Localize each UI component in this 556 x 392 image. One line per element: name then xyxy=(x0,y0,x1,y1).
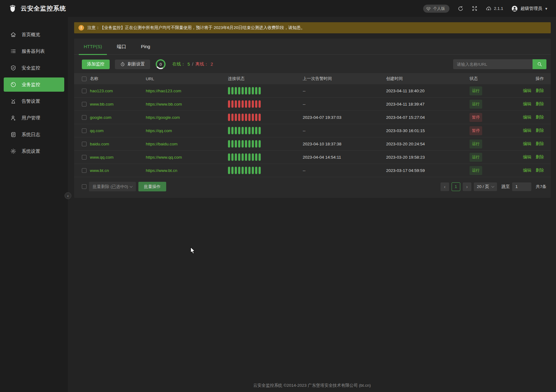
delete-link[interactable]: 删除 xyxy=(536,101,544,107)
next-page-button[interactable]: › xyxy=(463,182,471,191)
tab-ping[interactable]: Ping xyxy=(136,39,155,55)
status-bar xyxy=(235,167,237,174)
status-bar xyxy=(231,100,234,108)
status-bar xyxy=(235,153,237,161)
row-checkbox[interactable] xyxy=(82,89,86,93)
delete-link[interactable]: 删除 xyxy=(536,115,544,120)
edit-link[interactable]: 编辑 xyxy=(523,154,531,160)
sidebar-item-gauge[interactable]: 业务监控 xyxy=(4,77,64,92)
row-checkbox[interactable] xyxy=(82,102,86,106)
search-bar xyxy=(453,59,546,69)
status-bar xyxy=(242,114,244,121)
top-bar: 云安全监控系统 个人版 xyxy=(0,0,556,17)
batch-action-dropdown[interactable]: 批量删除 (已选中0) xyxy=(89,182,136,191)
sidebar-item-label: 安全监控 xyxy=(22,65,40,71)
monitor-url[interactable]: https://baidu.com xyxy=(146,142,228,146)
status-badge: 暂停 xyxy=(470,113,482,122)
last-alert-time: 2023-04-07 19:37:03 xyxy=(303,115,386,120)
status-bar xyxy=(259,100,261,108)
last-alert-time: 2023-04-04 14:54:11 xyxy=(303,155,386,160)
row-checkbox[interactable] xyxy=(82,128,86,133)
search-input[interactable] xyxy=(453,59,533,69)
search-button[interactable] xyxy=(533,59,546,69)
row-checkbox[interactable] xyxy=(82,168,86,173)
status-bar xyxy=(255,167,257,174)
batch-dropdown-label: 批量删除 (已选中0) xyxy=(93,184,128,190)
edit-link[interactable]: 编辑 xyxy=(523,168,531,173)
sidebar-item-shield-check[interactable]: 安全监控 xyxy=(4,61,64,75)
sidebar-item-label: 用户管理 xyxy=(22,115,40,121)
edit-link[interactable]: 编辑 xyxy=(523,128,531,133)
monitor-url[interactable]: https://www.bt.cn xyxy=(146,168,228,173)
status-bar xyxy=(238,153,240,161)
delete-link[interactable]: 删除 xyxy=(536,141,544,147)
refresh-settings-button[interactable]: 刷新设置 xyxy=(115,60,150,69)
edition-label: 个人版 xyxy=(433,6,445,11)
sidebar-item-list[interactable]: 服务器列表 xyxy=(4,44,64,58)
monitor-url[interactable]: https://hao123.com xyxy=(146,89,228,93)
edit-link[interactable]: 编辑 xyxy=(523,115,531,120)
status-bar xyxy=(245,140,247,148)
sidebar-collapse-button[interactable]: ‹ xyxy=(65,192,71,199)
status-bar xyxy=(248,140,251,148)
created-time: 2023-03-20 19:58:23 xyxy=(386,155,470,160)
status-badge: 运行 xyxy=(470,86,482,95)
sidebar-item-log[interactable]: 系统日志 xyxy=(4,127,64,142)
delete-link[interactable]: 删除 xyxy=(536,88,544,94)
fullscreen-icon[interactable] xyxy=(472,6,478,11)
monitor-url[interactable]: https://google.com xyxy=(146,115,228,120)
row-checkbox[interactable] xyxy=(82,155,86,160)
monitor-name: google.com xyxy=(90,115,146,120)
separator: / xyxy=(192,62,193,67)
status-bar xyxy=(231,153,234,161)
page-size-select[interactable]: 20 / 页 xyxy=(474,182,497,191)
status-bar xyxy=(245,114,247,121)
delete-link[interactable]: 删除 xyxy=(536,154,544,160)
edit-link[interactable]: 编辑 xyxy=(523,141,531,147)
status-bar xyxy=(259,127,261,134)
tab-https[interactable]: HTTP(S) xyxy=(79,39,107,55)
status-bar xyxy=(245,100,247,108)
prev-page-button[interactable]: ‹ xyxy=(440,182,449,191)
tab-bar: HTTP(S) 端口 Ping xyxy=(74,39,551,55)
edit-link[interactable]: 编辑 xyxy=(523,88,531,94)
status-bar xyxy=(231,167,234,174)
status-badge: 运行 xyxy=(470,153,482,162)
tab-port[interactable]: 端口 xyxy=(112,39,131,55)
batch-select-all-checkbox[interactable] xyxy=(82,184,86,189)
edition-badge[interactable]: 个人版 xyxy=(423,5,449,13)
jump-page-input[interactable] xyxy=(512,182,531,191)
add-monitor-button[interactable]: 添加监控 xyxy=(82,60,110,69)
status-bar xyxy=(238,167,240,174)
status-bar xyxy=(259,87,261,94)
current-page-button[interactable]: 1 xyxy=(452,182,460,191)
status-bar xyxy=(231,114,234,121)
connection-status-bars xyxy=(228,87,303,94)
row-checkbox[interactable] xyxy=(82,115,86,120)
batch-execute-button[interactable]: 批量操作 xyxy=(138,182,166,191)
delete-link[interactable]: 删除 xyxy=(536,168,544,173)
connection-status-bars xyxy=(228,140,303,148)
col-last-alert: 上一次告警时间 xyxy=(303,76,386,81)
user-menu[interactable]: 超级管理员 ▼ xyxy=(511,5,548,12)
row-checkbox[interactable] xyxy=(82,142,86,146)
version-area[interactable]: 2.1.1 xyxy=(486,6,503,12)
sidebar-item-alarm[interactable]: 告警设置 xyxy=(4,94,64,108)
delete-link[interactable]: 删除 xyxy=(536,128,544,133)
footer-copyright: 云安全监控系统 ©2014-2023 广东堡塔安全技术有限公司 (bt.cn) xyxy=(68,383,556,388)
monitor-url[interactable]: https://qq.com xyxy=(146,128,228,133)
sidebar-item-user[interactable]: 用户管理 xyxy=(4,111,64,125)
refresh-icon[interactable] xyxy=(457,6,464,12)
monitor-url[interactable]: https://www.qq.com xyxy=(146,155,228,160)
sidebar-item-home[interactable]: 首页概览 xyxy=(4,27,64,42)
monitor-url[interactable]: https://www.bb.com xyxy=(146,102,228,106)
select-all-checkbox[interactable] xyxy=(82,77,86,81)
app-title: 云安全监控系统 xyxy=(21,4,66,13)
last-alert-time: -- xyxy=(303,89,386,93)
status-bar xyxy=(235,114,237,121)
sidebar-item-gear[interactable]: 系统设置 xyxy=(4,144,64,158)
edit-link[interactable]: 编辑 xyxy=(523,101,531,107)
status-bar xyxy=(248,87,251,94)
table-row: google.com https://google.com 2023-04-07… xyxy=(74,111,551,124)
status-bar xyxy=(238,140,240,148)
